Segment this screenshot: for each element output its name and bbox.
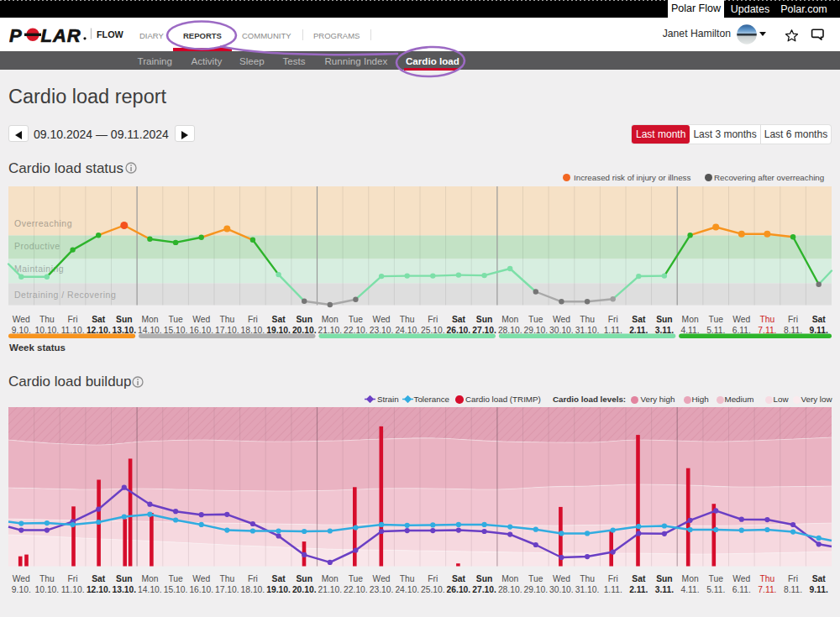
svg-text:10.10.: 10.10. [35,585,60,594]
svg-text:Wed: Wed [192,315,210,324]
svg-text:9.11.: 9.11. [810,326,828,335]
svg-text:Tue: Tue [349,574,364,583]
svg-text:9.11.: 9.11. [810,585,828,594]
svg-text:9.10.: 9.10. [12,585,31,594]
svg-text:23.10.: 23.10. [370,326,394,335]
svg-text:Sat: Sat [812,574,827,583]
svg-text:Tue: Tue [528,574,543,583]
svg-text:Sat: Sat [452,574,466,583]
svg-text:Wed: Wed [732,315,750,324]
svg-text:Fri: Fri [248,315,258,324]
svg-text:Wed: Wed [553,315,570,324]
svg-text:Sun: Sun [476,315,492,324]
svg-text:Maintaining: Maintaining [14,264,64,274]
svg-text:Sat: Sat [272,574,286,583]
svg-text:Tue: Tue [168,315,183,324]
svg-text:16.10.: 16.10. [189,585,213,594]
svg-text:Fri: Fri [248,574,258,583]
svg-text:Fri: Fri [608,315,618,324]
svg-text:Overreaching: Overreaching [14,218,72,228]
svg-text:12.10.: 12.10. [87,326,111,335]
svg-text:9.10.: 9.10. [12,326,31,335]
svg-text:Mon: Mon [141,574,158,583]
svg-text:Mon: Mon [682,315,699,324]
svg-text:Sat: Sat [272,315,286,324]
svg-text:22.10.: 22.10. [344,326,368,335]
svg-text:Sun: Sun [656,574,672,583]
svg-text:6.11.: 6.11. [732,326,751,335]
svg-text:Sat: Sat [632,315,646,324]
svg-text:22.10.: 22.10. [344,585,368,594]
svg-text:Wed: Wed [373,574,391,583]
svg-text:8.11.: 8.11. [784,326,802,335]
svg-text:Sat: Sat [812,315,827,324]
svg-text:Detraining / Recovering: Detraining / Recovering [14,290,116,300]
svg-text:Fri: Fri [428,315,438,324]
svg-text:Mon: Mon [322,315,339,324]
svg-text:2.11.: 2.11. [629,326,648,335]
svg-text:Thu: Thu [580,315,595,324]
svg-text:4.11.: 4.11. [681,585,700,594]
svg-text:Thu: Thu [39,574,55,583]
svg-text:Sun: Sun [116,315,132,324]
svg-text:Wed: Wed [13,574,30,583]
svg-text:Sat: Sat [632,574,646,583]
svg-text:Fri: Fri [788,315,798,324]
svg-text:Fri: Fri [428,574,438,583]
svg-text:3.11.: 3.11. [655,585,674,594]
svg-text:Tue: Tue [709,574,724,583]
svg-text:11.10.: 11.10. [61,326,85,335]
svg-text:17.10.: 17.10. [215,585,239,594]
svg-text:Fri: Fri [608,574,618,583]
svg-text:Thu: Thu [219,315,234,324]
svg-text:28.10.: 28.10. [498,585,522,594]
svg-text:Mon: Mon [141,315,158,324]
svg-text:Thu: Thu [400,574,415,583]
svg-text:6.11.: 6.11. [732,585,751,594]
svg-text:1.11.: 1.11. [604,585,622,594]
svg-text:27.10.: 27.10. [472,585,496,594]
svg-text:19.10.: 19.10. [266,326,291,335]
svg-text:Thu: Thu [39,315,55,324]
svg-text:31.10.: 31.10. [575,326,600,335]
svg-text:Sun: Sun [296,315,312,324]
svg-text:12.10.: 12.10. [87,585,111,594]
svg-text:20.10.: 20.10. [292,326,317,335]
svg-text:Sun: Sun [116,574,132,583]
svg-text:25.10.: 25.10. [421,326,445,335]
svg-text:30.10.: 30.10. [549,585,574,594]
svg-text:26.10.: 26.10. [447,585,471,594]
svg-text:29.10.: 29.10. [523,585,548,594]
svg-text:27.10.: 27.10. [472,326,496,335]
svg-text:Thu: Thu [760,315,775,324]
svg-text:Tue: Tue [168,574,183,583]
svg-text:13.10.: 13.10. [112,326,136,335]
svg-text:24.10.: 24.10. [395,585,419,594]
svg-text:7.11.: 7.11. [758,585,776,594]
svg-text:26.10.: 26.10. [447,326,471,335]
svg-text:18.10.: 18.10. [241,585,265,594]
svg-text:Mon: Mon [501,574,518,583]
svg-text:16.10.: 16.10. [189,326,213,335]
svg-text:24.10.: 24.10. [395,326,419,335]
svg-text:15.10.: 15.10. [164,585,188,594]
svg-text:Wed: Wed [13,315,30,324]
svg-text:Productive: Productive [14,241,60,251]
svg-text:21.10.: 21.10. [318,326,342,335]
svg-text:Sun: Sun [296,574,312,583]
svg-text:19.10.: 19.10. [266,585,291,594]
svg-text:10.10.: 10.10. [35,326,60,335]
svg-text:Mon: Mon [682,574,699,583]
svg-text:Sat: Sat [452,315,466,324]
svg-text:5.11.: 5.11. [706,326,725,335]
svg-text:Sat: Sat [92,574,106,583]
svg-text:3.11.: 3.11. [655,326,674,335]
svg-text:Sat: Sat [92,315,106,324]
svg-text:23.10.: 23.10. [370,585,394,594]
svg-text:Tue: Tue [528,315,543,324]
svg-text:30.10.: 30.10. [549,326,574,335]
svg-text:Thu: Thu [400,315,415,324]
svg-text:5.11.: 5.11. [706,585,725,594]
svg-text:Fri: Fri [68,574,78,583]
svg-text:Thu: Thu [219,574,234,583]
